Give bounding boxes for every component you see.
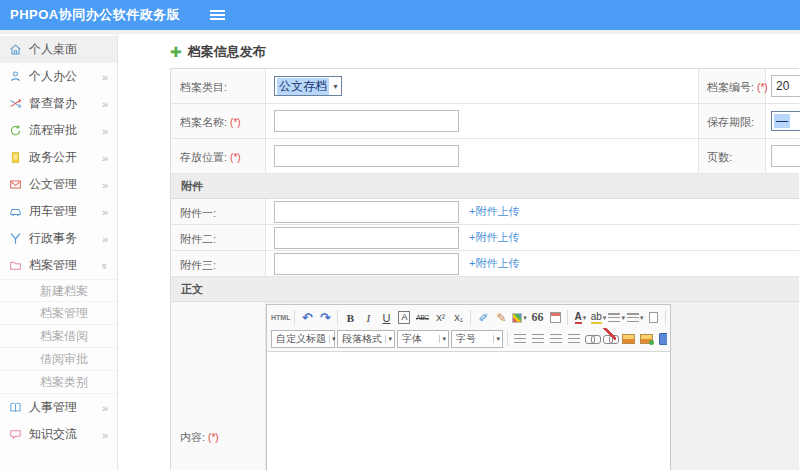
align-left-icon [514, 334, 526, 343]
sidebar-item-process-approval[interactable]: 流程审批 » [0, 117, 117, 144]
font-family-select[interactable]: 字体▾ [397, 330, 449, 348]
font-color-button[interactable]: A▾ [572, 309, 588, 327]
pages-input[interactable] [771, 145, 800, 167]
attachment2-label: 附件二: [171, 225, 266, 250]
archive-name-input[interactable] [274, 110, 459, 132]
chevron-right-icon: » [102, 402, 108, 414]
blockquote-button[interactable]: 66 [529, 309, 545, 327]
sidebar-item-hr-mgmt[interactable]: 人事管理 » [0, 394, 117, 421]
media-button[interactable] [656, 330, 667, 348]
chevron-down-icon: » [99, 262, 111, 268]
document-icon [9, 151, 22, 164]
location-label: 存放位置:(*) [171, 139, 266, 173]
user-icon [9, 70, 22, 83]
highlight-color-button[interactable]: ▾ [511, 309, 527, 327]
align-right-icon [550, 334, 562, 343]
archive-form: 档案类目: 公文存档 ▼ 档案编号:(*) 档案名称:(* [170, 68, 799, 470]
attachment3-input[interactable] [274, 253, 459, 275]
list-icon [627, 313, 639, 322]
undo-icon[interactable]: ↶ [299, 309, 315, 327]
link-button[interactable] [584, 330, 600, 348]
editor-toolbar: HTML ↶ ↷ B I U A ABC X² [267, 305, 670, 352]
paragraph-format-select[interactable]: 段落格式▾ [337, 330, 395, 348]
unlink-button[interactable] [602, 330, 618, 348]
insert-image-button[interactable] [638, 330, 654, 348]
page-title-row: ✚ 档案信息发布 [170, 43, 800, 61]
sidebar-item-vehicle-mgmt[interactable]: 用车管理 » [0, 198, 117, 225]
category-label: 档案类目: [171, 69, 266, 103]
italic-button[interactable]: I [360, 309, 376, 327]
select-arrow-icon: ▼ [332, 83, 339, 90]
image-button[interactable] [620, 330, 636, 348]
period-select[interactable]: — [771, 111, 800, 131]
submenu-item-archive-borrow[interactable]: 档案借阅 [0, 325, 117, 348]
required-mark: (*) [230, 152, 241, 163]
chevron-right-icon: » [102, 429, 108, 441]
editor-content-area[interactable] [267, 352, 670, 470]
format-clear-icon[interactable]: ✐ [475, 309, 491, 327]
anchor-button[interactable]: A [396, 309, 412, 327]
attachment2-input[interactable] [274, 227, 459, 249]
font-size-select[interactable]: 字号▾ [451, 330, 503, 348]
sidebar-item-label: 知识交流 [29, 426, 102, 443]
new-document-button[interactable] [645, 309, 661, 327]
underline-button[interactable]: U [378, 309, 394, 327]
sidebar-item-personal-office[interactable]: 个人办公 » [0, 63, 117, 90]
storage-location-input[interactable] [274, 145, 459, 167]
background-color-button[interactable]: ab▾ [590, 309, 606, 327]
submenu-item-archive-category[interactable]: 档案类别 [0, 371, 117, 394]
superscript-button[interactable]: X² [432, 309, 448, 327]
redo-icon[interactable]: ↷ [317, 309, 333, 327]
align-right-button[interactable] [548, 330, 564, 348]
body-section-header: 正文 [171, 277, 799, 302]
chevron-right-icon: » [102, 233, 108, 245]
required-mark: (*) [208, 432, 219, 443]
image-icon [622, 334, 635, 344]
align-center-button[interactable] [530, 330, 546, 348]
category-select[interactable]: 公文存档 ▼ [274, 76, 342, 96]
date-insert-button[interactable] [547, 309, 563, 327]
html-source-button[interactable]: HTML [271, 309, 290, 327]
align-center-icon [532, 334, 544, 343]
hamburger-menu-icon[interactable] [210, 10, 225, 12]
folder-icon [9, 259, 22, 272]
add-icon: ✚ [170, 45, 182, 59]
attachment1-upload-link[interactable]: +附件上传 [469, 204, 519, 219]
sidebar-item-admin-affairs[interactable]: 行政事务 » [0, 225, 117, 252]
align-justify-button[interactable] [566, 330, 582, 348]
custom-title-select[interactable]: 自定义标题▾ [271, 330, 335, 348]
attachment2-upload-link[interactable]: +附件上传 [469, 230, 519, 245]
chevron-right-icon: » [102, 98, 108, 110]
sidebar-item-personal-desktop[interactable]: 个人桌面 [0, 36, 117, 63]
archive-submenu: 新建档案 档案管理 档案借阅 借阅审批 档案类别 [0, 279, 117, 394]
chevron-right-icon: » [102, 152, 108, 164]
main-content: ✚ 档案信息发布 档案类目: 公文存档 ▼ 档案编号:(*) [118, 34, 800, 470]
sidebar-item-knowledge[interactable]: 知识交流 » [0, 421, 117, 448]
attachment3-upload-link[interactable]: +附件上传 [469, 256, 519, 271]
sidebar-item-gov-disclosure[interactable]: 政务公开 » [0, 144, 117, 171]
sidebar-item-archive-mgmt[interactable]: 档案管理 » [0, 252, 117, 279]
unordered-list-button[interactable]: ▾ [627, 309, 644, 327]
subscript-button[interactable]: X₁ [450, 309, 466, 327]
list-icon [608, 313, 620, 322]
ordered-list-button[interactable]: ▾ [608, 309, 625, 327]
app-title: PHPOA协同办公软件政务版 [10, 6, 180, 24]
submenu-item-archive-mgmt[interactable]: 档案管理 [0, 302, 117, 325]
format-painter-icon[interactable]: ✎ [493, 309, 509, 327]
link-icon [585, 335, 600, 343]
home-icon [9, 43, 22, 56]
bold-button[interactable]: B [342, 309, 358, 327]
submenu-item-new-archive[interactable]: 新建档案 [0, 279, 117, 302]
sidebar-item-supervision[interactable]: 督查督办 » [0, 90, 117, 117]
sidebar: 个人桌面 个人办公 » 督查督办 » 流程审批 » 政务公开 » 公文管理 » [0, 34, 118, 470]
attachment1-input[interactable] [274, 201, 459, 223]
form-row-category: 档案类目: 公文存档 ▼ 档案编号:(*) [171, 69, 799, 104]
strikethrough-button[interactable]: ABC [414, 309, 430, 327]
sidebar-item-official-docs[interactable]: 公文管理 » [0, 171, 117, 198]
chevron-right-icon: » [102, 206, 108, 218]
align-left-button[interactable] [512, 330, 528, 348]
book-icon [9, 401, 22, 414]
sidebar-item-label: 个人办公 [29, 68, 102, 85]
archive-number-input[interactable] [771, 75, 800, 97]
submenu-item-borrow-approval[interactable]: 借阅审批 [0, 348, 117, 371]
